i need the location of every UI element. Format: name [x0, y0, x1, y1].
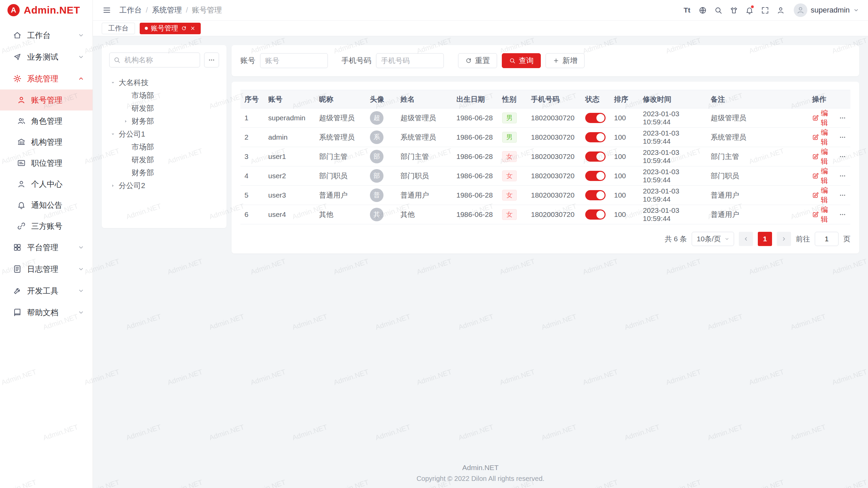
tree-node[interactable]: 财务部: [109, 115, 219, 128]
edit-button[interactable]: 编辑: [812, 108, 834, 127]
sidebar-item-platform-management[interactable]: 平台管理: [0, 237, 93, 258]
globe-icon[interactable]: [695, 3, 710, 17]
cell-account: user4: [264, 205, 315, 224]
cell-gender: 女: [498, 166, 527, 186]
sidebar-item-position-management[interactable]: 职位管理: [0, 152, 93, 174]
page-size-select[interactable]: 10条/页: [692, 232, 734, 246]
chevron-up-icon: [78, 75, 84, 82]
more-actions-button[interactable]: [839, 153, 846, 160]
tab-account-management[interactable]: 账号管理: [140, 23, 201, 34]
hamburger-icon[interactable]: [100, 3, 114, 17]
cell-remark: 部门主管: [707, 147, 808, 166]
username: superadmin: [811, 6, 850, 15]
edit-button[interactable]: 编辑: [812, 147, 834, 166]
edit-button[interactable]: 编辑: [812, 186, 834, 205]
tab-workbench[interactable]: 工作台: [102, 23, 135, 34]
breadcrumb-item[interactable]: 系统管理: [152, 5, 182, 15]
sidebar-item-third-party-account[interactable]: 三方账号: [0, 216, 93, 237]
more-actions-button[interactable]: [839, 172, 846, 180]
sidebar-item-org-management[interactable]: 机构管理: [0, 131, 93, 152]
cell-modified: 2023-01-03 10:59:44: [639, 205, 707, 224]
cell-status: [581, 186, 610, 205]
more-actions-button[interactable]: [839, 114, 846, 122]
sidebar-item-personal-center[interactable]: 个人中心: [0, 174, 93, 195]
phone-input[interactable]: [376, 53, 444, 68]
sidebar-item-workbench[interactable]: 工作台: [0, 24, 93, 46]
profile-icon[interactable]: [773, 3, 788, 17]
page-1-button[interactable]: 1: [758, 232, 772, 246]
grid-icon: [13, 243, 22, 252]
user-menu[interactable]: superadmin: [794, 3, 859, 17]
goto-page-input[interactable]: [815, 232, 839, 246]
edit-icon: [812, 211, 819, 218]
more-actions-button[interactable]: [839, 134, 846, 141]
sidebar-item-role-management[interactable]: 角色管理: [0, 110, 93, 131]
logo[interactable]: A Admin.NET: [0, 0, 93, 20]
tree-node[interactable]: 大名科技: [109, 76, 219, 89]
gender-tag: 男: [502, 113, 517, 123]
tree-node[interactable]: 财务部: [109, 166, 219, 179]
pagination: 共 6 条 10条/页 1 前往 页: [240, 232, 850, 246]
cell-no: 1: [240, 108, 264, 128]
more-actions-button[interactable]: [839, 211, 846, 218]
search-button[interactable]: 查询: [502, 53, 541, 68]
breadcrumb-item[interactable]: 工作台: [119, 5, 142, 15]
send-icon: [13, 53, 22, 61]
sidebar-item-label: 平台管理: [27, 242, 72, 253]
sidebar-item-dev-tools[interactable]: 开发工具: [0, 280, 93, 302]
font-size-icon[interactable]: Tt: [680, 3, 694, 17]
org-search-input[interactable]: [109, 53, 200, 67]
sidebar-item-label: 角色管理: [31, 116, 62, 126]
sidebar-item-help-docs[interactable]: 帮助文档: [0, 302, 93, 323]
cell-sort: 100: [610, 147, 639, 166]
sidebar-item-system-management[interactable]: 系统管理: [0, 68, 93, 89]
edit-button[interactable]: 编辑: [812, 166, 834, 185]
status-toggle[interactable]: [585, 113, 606, 123]
tree-node[interactable]: 市场部: [109, 141, 219, 154]
edit-button[interactable]: 编辑: [812, 128, 834, 147]
tree-node[interactable]: 市场部: [109, 89, 219, 102]
sidebar-item-business-test[interactable]: 业务测试: [0, 46, 93, 68]
status-toggle[interactable]: [585, 190, 606, 200]
status-toggle[interactable]: [585, 171, 606, 181]
sidebar-item-account-management[interactable]: 账号管理: [0, 89, 93, 110]
cell-avatar: 其: [366, 205, 396, 224]
cell-birth: 1986-06-28: [452, 108, 498, 128]
edit-button[interactable]: 编辑: [812, 205, 834, 224]
cell-nickname: 部门职员: [315, 166, 366, 186]
notification-icon[interactable]: [742, 3, 756, 17]
tree-node[interactable]: 分公司1: [109, 128, 219, 141]
theme-skin-icon[interactable]: [727, 3, 741, 17]
tree-node[interactable]: 研发部: [109, 154, 219, 166]
reset-button[interactable]: 重置: [458, 53, 497, 68]
cell-nickname: 系统管理员: [315, 128, 366, 147]
status-toggle[interactable]: [585, 209, 606, 220]
breadcrumb: 工作台/系统管理/账号管理: [119, 5, 222, 15]
tree-node[interactable]: 研发部: [109, 102, 219, 115]
breadcrumb-separator: /: [146, 6, 148, 15]
account-input[interactable]: [260, 53, 328, 68]
column-header: 状态: [581, 90, 610, 108]
tree-node[interactable]: 分公司2: [109, 179, 219, 192]
status-toggle[interactable]: [585, 151, 606, 162]
column-header: 操作: [808, 90, 850, 108]
sidebar-item-notice-announcement[interactable]: 通知公告: [0, 195, 93, 216]
org-more-button[interactable]: [204, 53, 219, 67]
next-page-button[interactable]: [777, 232, 791, 246]
add-button[interactable]: 新增: [546, 53, 585, 68]
prev-page-button[interactable]: [739, 232, 753, 246]
cell-avatar: 部: [366, 166, 396, 186]
table-row: 2admin系统管理员系系统管理员1986-06-28男180200307201…: [240, 128, 850, 147]
fullscreen-icon[interactable]: [758, 3, 772, 17]
cell-remark: 普通用户: [707, 186, 808, 205]
status-toggle[interactable]: [585, 132, 606, 142]
cell-phone: 18020030720: [527, 205, 581, 224]
search-icon[interactable]: [711, 3, 725, 17]
sidebar-item-log-management[interactable]: 日志管理: [0, 258, 93, 280]
more-actions-button[interactable]: [839, 191, 846, 199]
close-icon[interactable]: [190, 25, 196, 31]
cell-avatar: 部: [366, 147, 396, 166]
doc-icon: [13, 265, 22, 273]
cell-avatar: 普: [366, 186, 396, 205]
refresh-icon[interactable]: [181, 25, 187, 31]
